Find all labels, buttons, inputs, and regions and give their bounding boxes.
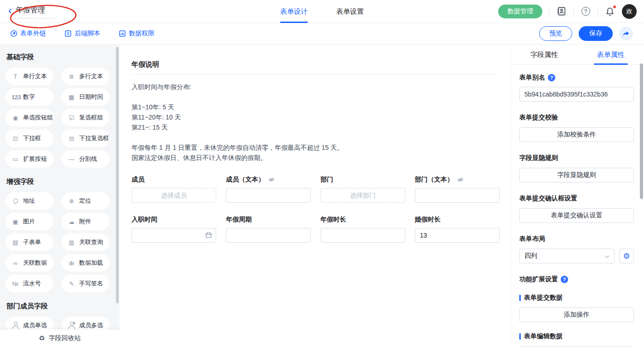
field-item-multi-line-text[interactable]: ≣多行文本: [62, 68, 109, 85]
submit-confirm-label: 表单提交确认框设置: [519, 194, 634, 203]
signature-icon: ✎: [68, 281, 75, 287]
external-link-button[interactable]: 表单外链: [10, 29, 46, 38]
field-item-linked-query[interactable]: ▥关联查询: [62, 233, 109, 251]
annual-leave-cycle-input[interactable]: [226, 228, 310, 243]
tab-form-settings[interactable]: 表单设置: [336, 0, 364, 23]
field-item-subform[interactable]: ▤子表单: [6, 233, 53, 251]
member-single-icon: [12, 322, 19, 329]
field-item-extend-button[interactable]: ▭扩展按钮: [6, 150, 53, 168]
dropdown-icon: ⊡: [12, 136, 19, 142]
form-alias-label: 表单别名 ?: [519, 74, 634, 82]
field-hire-date[interactable]: 入职时间: [132, 215, 216, 243]
field-item-locate[interactable]: ⊕定位: [62, 192, 109, 210]
notification-dot: [613, 5, 616, 9]
section-title-member-fields: 部门成员字段: [6, 302, 120, 311]
hire-date-input[interactable]: [132, 228, 216, 243]
field-annual-leave-cycle[interactable]: 年假周期: [226, 215, 310, 243]
data-load-icon: [68, 260, 75, 266]
data-permission-icon: [119, 30, 126, 37]
layout-gear-button[interactable]: ⚙: [619, 249, 634, 263]
back-button[interactable]: ‹: [8, 5, 15, 18]
number-icon: 123: [12, 94, 19, 100]
field-item-attachment[interactable]: ☁附件: [62, 213, 109, 230]
section-title-enhanced-fields: 增强字段: [6, 177, 120, 186]
share-arrow-icon: [622, 30, 630, 37]
recycle-icon: ♻: [39, 334, 45, 342]
submit-validation-label: 表单提交校验: [519, 114, 634, 122]
field-department-text[interactable]: 部门（文本）: [415, 175, 500, 203]
panel-scrollbar[interactable]: [640, 63, 643, 199]
field-member-text[interactable]: 成员（文本）: [226, 175, 310, 203]
description-title: 年假说明: [132, 60, 500, 69]
radio-group-icon: ◉: [12, 115, 19, 121]
contacts-icon[interactable]: [556, 6, 567, 17]
marriage-leave-days-input[interactable]: [415, 228, 500, 243]
edit-data-label: 表单编辑数据: [519, 332, 634, 341]
layout-select[interactable]: 四列: [519, 249, 615, 263]
multi-line-text-icon: ≣: [68, 74, 75, 80]
section-title-basic-fields: 基础字段: [6, 53, 120, 62]
tab-field-properties[interactable]: 字段属性: [511, 45, 578, 64]
member-multi-icon: [68, 322, 75, 329]
data-manage-button[interactable]: 数据管理: [498, 5, 542, 18]
description-divider: [132, 74, 500, 74]
field-member[interactable]: 成员: [132, 175, 216, 203]
field-item-datetime[interactable]: ▦日期时间: [62, 88, 109, 106]
field-item-checkbox-group[interactable]: ☑复选框组: [62, 109, 109, 126]
field-item-dropdown[interactable]: ⊡下拉框: [6, 130, 53, 147]
field-item-image[interactable]: ▣图片: [6, 213, 53, 230]
field-item-address[interactable]: 地址: [6, 192, 53, 210]
backend-script-button[interactable]: 后端脚本: [64, 29, 100, 38]
form-alias-input[interactable]: [519, 87, 634, 102]
annual-leave-days-input[interactable]: [321, 228, 405, 243]
field-recycle-bin-button[interactable]: ♻ 字段回收站: [0, 330, 120, 347]
submit-data-label: 表单提交数据: [519, 294, 634, 302]
submit-data-add-button[interactable]: 添加操作: [519, 307, 634, 322]
save-button[interactable]: 保存: [579, 26, 613, 41]
header-tabs: 表单设计 表单设置: [280, 0, 364, 23]
field-marriage-leave-days[interactable]: 婚假时长: [415, 215, 500, 243]
field-item-signature[interactable]: ✎手写签名: [62, 275, 109, 292]
field-item-serial-number[interactable]: №流水号: [6, 275, 53, 292]
department-text-input[interactable]: [415, 188, 500, 203]
field-item-divider[interactable]: ―分割线: [62, 150, 109, 168]
field-department[interactable]: 部门: [321, 175, 405, 203]
field-item-radio-group[interactable]: ◉单选按钮组: [6, 109, 53, 126]
preview-button[interactable]: 预览: [539, 26, 572, 41]
field-item-single-line-text[interactable]: T单行文本: [6, 68, 53, 85]
help-icon[interactable]: ?: [580, 6, 591, 17]
field-item-number[interactable]: 123数字: [6, 88, 53, 106]
description-widget[interactable]: 年假说明 入职时间与年假分布: 第1~10年: 5 天 第11~20年: 10 …: [132, 60, 500, 163]
help-icon[interactable]: ?: [548, 74, 555, 81]
chevron-down-icon: [605, 254, 610, 258]
gear-icon: ⚙: [623, 251, 630, 261]
sidebar-scrollbar[interactable]: [116, 47, 119, 303]
help-icon[interactable]: ?: [561, 276, 568, 283]
member-picker-input[interactable]: [132, 188, 216, 203]
field-item-dropdown-multi[interactable]: ⊟下拉复选框: [62, 130, 109, 147]
tab-form-design[interactable]: 表单设计: [280, 0, 308, 23]
field-annual-leave-days[interactable]: 年假时长: [321, 215, 405, 243]
bell-icon[interactable]: [604, 6, 615, 17]
blue-bar: [519, 295, 521, 301]
add-validation-button[interactable]: 添加校验条件: [519, 127, 634, 142]
submit-confirm-button[interactable]: 表单提交确认设置: [519, 208, 634, 223]
avatar[interactable]: 政: [622, 4, 637, 19]
top-header: ‹ 年假管理 表单设计 表单设置 数据管理 ?: [0, 0, 644, 23]
field-item-linked-data[interactable]: ∞关联数据: [6, 254, 53, 272]
field-item-data-load[interactable]: 数据加载: [62, 254, 109, 272]
divider: [573, 8, 574, 15]
data-permission-button[interactable]: 数据权限: [119, 29, 155, 38]
form-title[interactable]: 年假管理: [15, 5, 54, 18]
department-picker-input[interactable]: [321, 188, 405, 203]
extend-button-icon: ▭: [12, 156, 19, 162]
attachment-icon: ☁: [68, 219, 75, 225]
form-design-canvas: 年假说明 入职时间与年假分布: 第1~10年: 5 天 第11~20年: 10 …: [120, 45, 511, 347]
tab-form-properties[interactable]: 表单属性: [578, 45, 644, 64]
share-button[interactable]: [619, 27, 633, 40]
field-visibility-button[interactable]: 字段显隐规则: [519, 168, 634, 182]
locate-icon: ⊕: [68, 198, 75, 204]
description-text: 入职时间与年假分布: 第1~10年: 5 天 第11~20年: 10 天 第21…: [132, 82, 500, 163]
eye-slash-icon: [457, 176, 464, 183]
member-text-input[interactable]: [226, 188, 310, 203]
